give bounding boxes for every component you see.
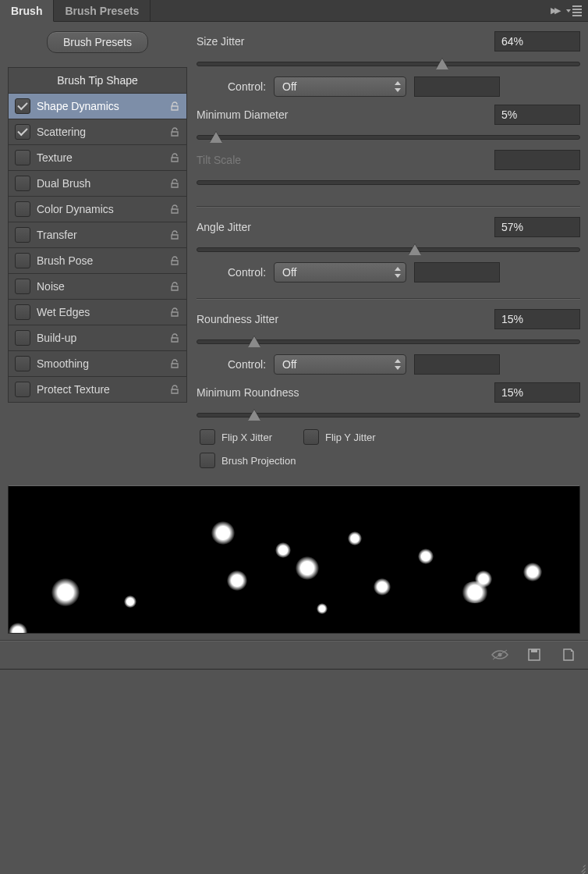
roundness-jitter-control-select[interactable]: Off [274,354,406,375]
min-diameter-value[interactable]: 5% [494,105,580,125]
checkbox-dual-brush[interactable] [15,176,30,191]
option-label: Brush Pose [37,254,163,267]
angle-jitter-control-select[interactable]: Off [274,262,406,282]
tab-brush-presets[interactable]: Brush Presets [54,0,151,21]
lock-icon[interactable] [169,358,180,369]
checkbox-scattering[interactable] [15,124,30,140]
control-label: Control: [228,266,266,279]
size-jitter-label: Size Jitter [197,35,487,48]
option-smoothing[interactable]: Smoothing [9,351,186,377]
size-jitter-slider[interactable] [197,56,580,72]
option-label: Transfer [37,229,163,241]
lock-icon[interactable] [169,332,180,343]
toggle-preview-icon[interactable] [491,646,508,663]
size-jitter-control-select[interactable]: Off [274,76,406,97]
min-roundness-value[interactable]: 15% [494,382,580,403]
checkbox-shape-dynamics[interactable] [15,98,30,114]
option-label: Build-up [37,332,163,344]
checkbox-color-dynamics[interactable] [15,201,30,217]
lock-icon[interactable] [169,307,180,318]
expand-icon[interactable]: ▶▶ [551,5,558,16]
checkbox-brush-pose[interactable] [15,253,30,268]
lock-icon[interactable] [169,101,180,112]
option-wet-edges[interactable]: Wet Edges [9,300,186,325]
control-label: Control: [228,80,266,93]
brush-tip-shape-header[interactable]: Brush Tip Shape [9,68,186,94]
option-noise[interactable]: Noise [9,274,186,300]
checkbox-protect-texture[interactable] [15,382,30,397]
tilt-scale-label: Tilt Scale [197,154,487,166]
checkbox-build-up[interactable] [15,330,30,346]
checkbox-transfer[interactable] [15,227,30,243]
option-shape-dynamics[interactable]: Shape Dynamics [9,94,186,119]
angle-jitter-slider[interactable] [197,242,580,258]
brush-preview [8,485,580,634]
tab-brush[interactable]: Brush [0,0,54,22]
lock-icon[interactable] [169,229,180,240]
checkbox-smoothing[interactable] [15,356,30,371]
checkbox-flip-x[interactable] [200,429,215,445]
option-color-dynamics[interactable]: Color Dynamics [9,197,186,222]
option-label: Shape Dynamics [37,100,163,112]
resize-grip-icon[interactable] [576,862,586,872]
angle-jitter-value[interactable]: 57% [494,217,580,237]
min-diameter-label: Minimum Diameter [197,108,487,121]
angle-jitter-control-value[interactable] [414,262,500,282]
option-label: Smoothing [37,357,163,370]
tab-bar: Brush Brush Presets ▶▶ [0,0,588,22]
new-preset-icon[interactable] [526,646,543,663]
size-jitter-control-value[interactable] [414,76,500,97]
lock-icon[interactable] [169,384,180,395]
checkbox-brush-projection[interactable] [200,453,215,468]
checkbox-texture[interactable] [15,150,30,165]
lock-icon[interactable] [169,204,180,215]
size-jitter-value[interactable]: 64% [494,31,580,52]
lock-icon[interactable] [169,255,180,266]
roundness-jitter-control-value[interactable] [414,354,500,375]
svg-rect-2 [531,649,537,652]
roundness-jitter-slider[interactable] [197,334,580,350]
panel-footer [0,640,588,670]
new-document-icon[interactable] [560,646,577,663]
option-label: Dual Brush [37,177,163,190]
tilt-scale-value [494,150,580,170]
option-label: Protect Texture [37,383,163,396]
lock-icon[interactable] [169,178,180,189]
brush-option-list: Brush Tip Shape Shape Dynamics Scatterin… [8,67,187,403]
roundness-jitter-value[interactable]: 15% [494,309,580,329]
control-label: Control: [228,358,266,371]
lock-icon[interactable] [169,126,180,137]
angle-jitter-label: Angle Jitter [197,221,487,233]
option-label: Scattering [37,126,163,138]
option-build-up[interactable]: Build-up [9,325,186,351]
option-texture[interactable]: Texture [9,145,186,171]
option-dual-brush[interactable]: Dual Brush [9,171,186,197]
brush-presets-button[interactable]: Brush Presets [47,31,148,53]
shape-dynamics-panel: Size Jitter 64% Control: Off Minimum Dia… [197,31,580,474]
option-protect-texture[interactable]: Protect Texture [9,377,186,402]
flip-y-label: Flip Y Jitter [325,432,376,443]
min-diameter-slider[interactable] [197,130,580,145]
option-label: Noise [37,280,163,293]
min-roundness-slider[interactable] [197,407,580,423]
option-transfer[interactable]: Transfer [9,222,186,248]
option-scattering[interactable]: Scattering [9,119,186,145]
min-roundness-label: Minimum Roundness [197,386,487,399]
option-label: Texture [37,151,163,164]
checkbox-wet-edges[interactable] [15,304,30,320]
checkbox-noise[interactable] [15,279,30,294]
lock-icon[interactable] [169,152,180,163]
option-label: Wet Edges [37,306,163,318]
checkbox-flip-y[interactable] [303,429,319,445]
roundness-jitter-label: Roundness Jitter [197,313,487,325]
tilt-scale-slider [197,175,580,190]
brush-projection-label: Brush Projection [221,455,296,467]
option-brush-pose[interactable]: Brush Pose [9,248,186,274]
panel-menu-icon[interactable] [566,5,582,16]
option-label: Color Dynamics [37,203,163,215]
flip-x-label: Flip X Jitter [221,432,272,443]
lock-icon[interactable] [169,281,180,292]
